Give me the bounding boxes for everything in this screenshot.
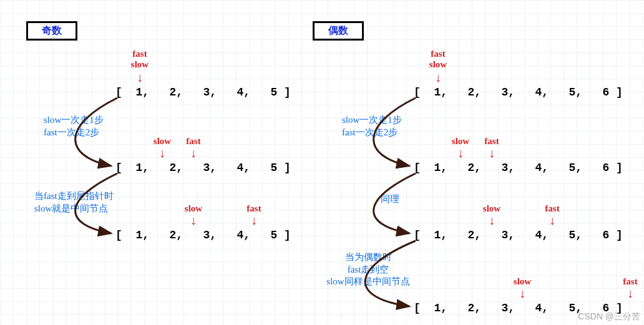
label-fast: fast: [132, 49, 147, 59]
even-r1-ptr-labels: fast slow: [422, 49, 454, 70]
note-text: 当为偶数时: [345, 252, 392, 262]
odd-array-row3: [ 1, 2, 3, 4, 5 ]: [115, 229, 291, 241]
even-r2-fast: fast: [476, 136, 507, 147]
down-arrow-icon: ↓: [432, 70, 444, 85]
label-slow: slow: [131, 59, 149, 69]
label-fast: fast: [545, 203, 559, 213]
note-text: slow就是中间节点: [34, 203, 108, 213]
label-fast: fast: [623, 276, 637, 286]
note-text: 当fast走到尾指针时: [34, 191, 114, 201]
odd-array-row2: [ 1, 2, 3, 4, 5 ]: [115, 162, 291, 174]
note-text: slow一次走1步: [342, 115, 402, 125]
label-slow: slow: [185, 203, 202, 213]
note-text: slow一次走1步: [44, 115, 104, 125]
even-r3-fast: fast: [537, 203, 568, 214]
odd-r3-fast: fast: [238, 203, 270, 214]
watermark: CSDN @三分苦: [578, 311, 640, 323]
note-text: fast走到空: [348, 264, 389, 274]
down-arrow-icon: ↓: [156, 146, 168, 160]
down-arrow-icon: ↓: [134, 70, 146, 85]
down-arrow-icon: ↓: [248, 213, 260, 228]
down-arrow-icon: ↓: [187, 213, 200, 228]
even-title-box: 偶数: [313, 21, 364, 41]
even-note2: 同理: [381, 193, 399, 206]
even-note3: 当为偶数时 fast走到空 slow同样是中间节点: [321, 251, 415, 288]
down-arrow-icon: ↓: [187, 146, 200, 160]
label-fast: fast: [186, 136, 200, 146]
even-r3-slow: slow: [476, 203, 507, 214]
down-arrow-icon: ↓: [624, 286, 637, 301]
note-text: slow同样是中间节点: [326, 276, 409, 286]
odd-title-box: 奇数: [26, 21, 77, 41]
even-note1: slow一次走1步 fast一次走2步: [342, 114, 402, 138]
odd-note1: slow一次走1步 fast一次走2步: [44, 114, 104, 138]
down-arrow-icon: ↓: [454, 146, 467, 160]
odd-r2-fast: fast: [178, 136, 209, 147]
down-arrow-icon: ↓: [485, 213, 498, 228]
down-arrow-icon: ↓: [546, 213, 559, 228]
down-arrow-icon: ↓: [485, 146, 498, 160]
note-text: fast一次走2步: [342, 127, 398, 137]
note-text: 同理: [381, 194, 399, 204]
even-array-row3: [ 1, 2, 3, 4, 5, 6 ]: [414, 229, 623, 241]
even-array-row1: [ 1, 2, 3, 4, 5, 6 ]: [414, 86, 623, 99]
odd-title: 奇数: [42, 25, 62, 36]
even-title: 偶数: [328, 25, 348, 36]
label-slow: slow: [514, 276, 531, 286]
even-r2-slow: slow: [445, 136, 476, 147]
label-slow: slow: [483, 203, 500, 213]
label-fast: fast: [484, 136, 499, 146]
note-text: fast一次走2步: [44, 127, 99, 137]
odd-r3-slow: slow: [178, 203, 209, 214]
label-fast: fast: [431, 49, 445, 59]
label-fast: fast: [246, 203, 261, 213]
even-r4-fast: fast: [615, 276, 644, 287]
odd-r1-ptr-labels: fast slow: [124, 49, 155, 70]
down-arrow-icon: ↓: [516, 286, 529, 301]
odd-r2-slow: slow: [147, 136, 178, 147]
label-slow: slow: [154, 136, 171, 146]
odd-array-row1: [ 1, 2, 3, 4, 5 ]: [115, 86, 291, 99]
label-slow: slow: [429, 59, 447, 69]
odd-note2: 当fast走到尾指针时 slow就是中间节点: [34, 190, 114, 215]
even-r4-slow: slow: [507, 276, 538, 287]
even-array-row2: [ 1, 2, 3, 4, 5, 6 ]: [414, 162, 623, 174]
label-slow: slow: [452, 136, 469, 146]
